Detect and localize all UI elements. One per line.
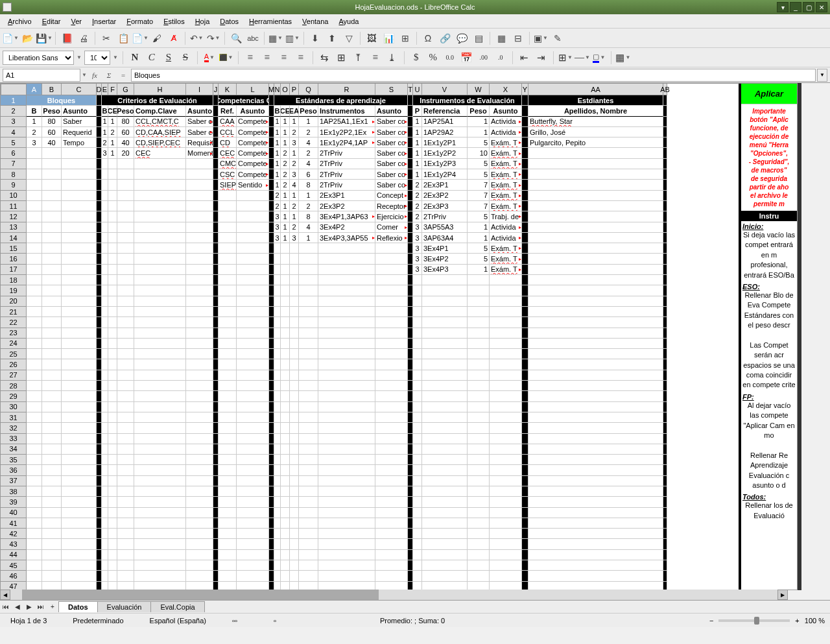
cell[interactable] [274,508,281,518]
cell[interactable] [219,359,237,370]
col-header-B[interactable]: B [42,84,62,95]
cell[interactable] [528,518,663,529]
sort-desc-button[interactable]: ⬆ [324,30,340,46]
indent-dec-button[interactable]: ⇤ [517,51,532,65]
cell[interactable] [290,486,299,497]
cell[interactable] [281,317,290,328]
cell[interactable] [102,571,108,581]
cell[interactable] [274,550,281,560]
cell[interactable]: 10 [468,148,490,158]
cell[interactable]: 1Ex1y2P2 [422,148,468,158]
cell[interactable] [219,529,237,539]
cell[interactable] [274,402,281,412]
cell[interactable] [299,402,318,412]
cell[interactable] [290,412,299,423]
cell[interactable] [102,233,108,243]
cell[interactable] [108,233,117,243]
cell[interactable]: Peso [42,106,62,116]
cell[interactable] [219,222,237,233]
cell[interactable]: 2 [281,180,290,190]
cell[interactable] [42,423,62,433]
cell[interactable] [117,444,134,455]
cell[interactable]: 8 [299,211,318,222]
cell[interactable] [117,370,134,381]
cell[interactable] [102,391,108,401]
cell[interactable] [27,518,42,529]
cell[interactable] [117,169,134,180]
cell[interactable]: 1 [413,148,422,158]
cell[interactable] [422,486,468,497]
cell[interactable] [62,254,97,264]
cell[interactable] [42,349,62,359]
align-left-button[interactable]: ≡ [243,51,257,65]
cell[interactable]: 2 [290,222,299,233]
cell[interactable] [108,508,117,518]
cell[interactable] [117,243,134,254]
zoom-value[interactable]: 100 % [805,617,825,625]
cell[interactable] [237,317,269,328]
cell[interactable] [281,328,290,339]
cell[interactable] [102,317,108,328]
cell[interactable] [219,497,237,507]
cell[interactable] [468,476,490,486]
cell[interactable] [422,518,468,529]
cell[interactable] [102,328,108,339]
cell[interactable] [219,423,237,433]
cell[interactable] [219,328,237,339]
cell[interactable] [274,254,281,264]
highlight-button[interactable]: ⬛▼ [219,51,233,65]
cell[interactable] [468,434,490,444]
cell[interactable] [468,349,490,359]
cell[interactable] [299,328,318,339]
cell[interactable] [299,349,318,359]
cell[interactable] [468,328,490,339]
cell[interactable] [186,233,213,243]
cell[interactable] [290,560,299,571]
cell[interactable] [274,381,281,391]
cell[interactable]: 2 [281,159,290,169]
status-lang[interactable]: Español (España) [145,617,211,625]
cell[interactable]: 2 [290,159,299,169]
percent-button[interactable]: % [426,51,440,65]
cell[interactable] [422,529,468,539]
cell[interactable] [318,486,375,497]
cell[interactable] [27,455,42,465]
row-header-47[interactable]: 47 [1,582,27,590]
cell[interactable] [134,222,186,233]
cell[interactable]: 2 [274,191,281,201]
cell[interactable] [237,211,269,222]
cell[interactable]: 1 [281,137,290,148]
cell[interactable]: Requisit [186,137,213,148]
spellcheck-button[interactable]: abc [245,30,261,46]
cell[interactable] [375,328,408,339]
cell[interactable] [299,497,318,507]
col-header-X[interactable]: X [490,84,522,95]
scroll-left-button[interactable]: ◀ [0,590,10,600]
cell[interactable] [219,560,237,571]
cell[interactable] [42,508,62,518]
border-color-button[interactable]: ▢▼ [592,51,606,65]
cell[interactable] [42,243,62,254]
cell[interactable] [108,201,117,211]
cell[interactable]: 1 [290,117,299,127]
cell[interactable] [62,412,97,423]
cell[interactable] [274,465,281,475]
sort-asc-button[interactable]: ⬇ [307,30,323,46]
cell[interactable] [237,402,269,412]
spreadsheet-grid[interactable]: ABCDEFGHIJKLMNOPQRSTUVWXYAAAB1BloquesCri… [0,83,798,590]
row-header-33[interactable]: 33 [1,434,27,444]
cell[interactable] [490,370,522,381]
cell[interactable] [27,486,42,497]
cell[interactable] [528,265,663,275]
cell[interactable] [318,359,375,370]
cell[interactable] [134,254,186,264]
cell[interactable] [134,275,186,285]
cell[interactable] [186,582,213,590]
cell[interactable] [108,391,117,401]
cell[interactable]: 2TrPriv [318,148,375,158]
cell[interactable] [318,434,375,444]
cell[interactable] [42,402,62,412]
cell[interactable] [134,434,186,444]
cell[interactable] [117,571,134,581]
cell[interactable] [528,148,663,158]
